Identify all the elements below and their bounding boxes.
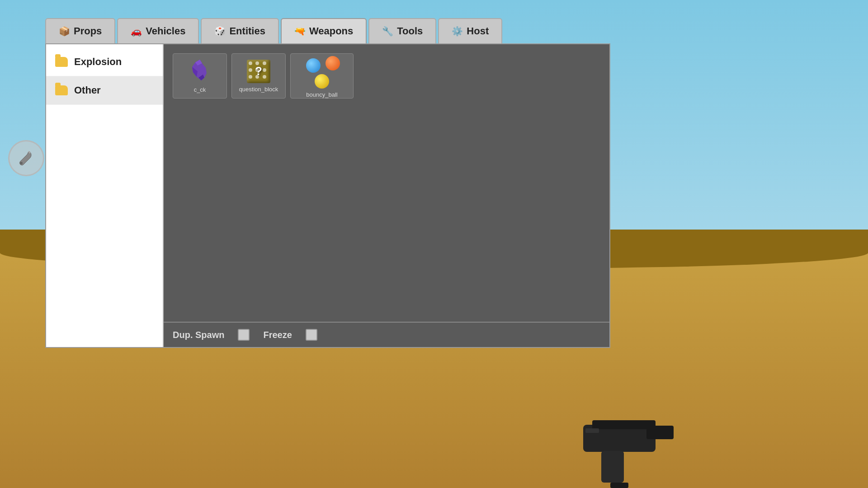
svg-point-0	[20, 162, 23, 164]
host-icon: ⚙️	[452, 26, 463, 37]
sidebar-item-other[interactable]: Other	[46, 76, 163, 105]
svg-rect-5	[610, 483, 628, 488]
ball-blue	[306, 58, 321, 73]
tab-entities-label: Entities	[229, 25, 265, 37]
item-question-block[interactable]: ? question_block	[231, 53, 286, 99]
svg-rect-2	[592, 420, 656, 429]
tab-weapons[interactable]: 🔫 Weapons	[281, 18, 367, 43]
vehicles-icon: 🚗	[131, 26, 142, 37]
sidebar-item-other-label: Other	[74, 84, 101, 96]
tab-tools-label: Tools	[397, 25, 423, 37]
svg-rect-3	[646, 426, 674, 439]
question-mark: ?	[255, 64, 262, 78]
item-c-ck-label: c_ck	[194, 86, 206, 93]
items-row: c_ck ? question_block	[173, 53, 600, 99]
bouncy-ball-shape	[304, 54, 340, 89]
freeze-checkbox[interactable]	[306, 329, 317, 341]
ball-yellow	[315, 74, 329, 89]
item-bouncy-ball-label: bouncy_ball	[306, 91, 337, 98]
tab-tools[interactable]: 🔧 Tools	[368, 18, 436, 43]
side-tool-button[interactable]	[8, 140, 44, 176]
gun-icon	[556, 398, 683, 488]
item-grid: c_ck ? question_block	[164, 44, 609, 322]
c-ck-shape-icon	[189, 59, 211, 84]
folder-icon-explosion	[55, 57, 68, 67]
ui-panel: 📦 Props 🚗 Vehicles 🎲 Entities 🔫 Weapons …	[45, 18, 610, 348]
folder-icon-other	[55, 85, 68, 95]
tab-entities[interactable]: 🎲 Entities	[201, 18, 278, 43]
tab-bar: 📦 Props 🚗 Vehicles 🎲 Entities 🔫 Weapons …	[45, 18, 610, 43]
right-panel: c_ck ? question_block	[164, 44, 609, 347]
sidebar: Explosion Other	[46, 44, 164, 347]
svg-rect-4	[601, 451, 624, 483]
item-question-block-label: question_block	[239, 86, 278, 93]
svg-rect-6	[585, 428, 599, 433]
bottom-bar: Dup. Spawn Freeze	[164, 322, 609, 347]
tab-weapons-label: Weapons	[309, 25, 353, 37]
tab-props[interactable]: 📦 Props	[45, 18, 115, 43]
gun-display	[552, 375, 687, 488]
props-icon: 📦	[59, 26, 70, 37]
sidebar-item-explosion-label: Explosion	[74, 56, 122, 68]
tab-props-label: Props	[74, 25, 102, 37]
weapons-icon: 🔫	[294, 26, 306, 37]
item-c-ck[interactable]: c_ck	[173, 53, 227, 99]
sidebar-item-explosion[interactable]: Explosion	[46, 48, 163, 76]
entities-icon: 🎲	[214, 26, 226, 37]
freeze-label: Freeze	[263, 330, 292, 340]
ball-orange	[326, 56, 340, 70]
tab-host-label: Host	[467, 25, 489, 37]
content-area: Explosion Other	[45, 43, 610, 348]
tab-vehicles[interactable]: 🚗 Vehicles	[117, 18, 199, 43]
tab-vehicles-label: Vehicles	[146, 25, 185, 37]
item-bouncy-ball[interactable]: bouncy_ball	[290, 53, 354, 99]
tools-icon: 🔧	[382, 26, 393, 37]
wrench-icon	[16, 148, 36, 168]
tab-host[interactable]: ⚙️ Host	[438, 18, 502, 43]
dup-spawn-label: Dup. Spawn	[173, 330, 224, 340]
dup-spawn-checkbox[interactable]	[238, 329, 250, 341]
question-block-shape: ?	[247, 60, 270, 83]
